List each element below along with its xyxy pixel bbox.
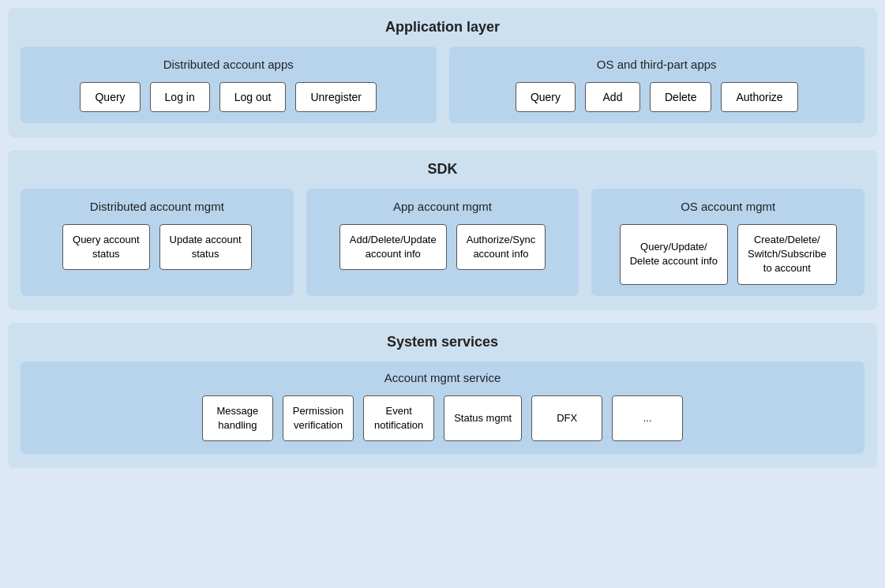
status-mgmt-button[interactable]: Status mgmt bbox=[444, 395, 522, 441]
system-services-content: Account mgmt service Messagehandling Per… bbox=[21, 361, 864, 454]
distributed-query-button[interactable]: Query bbox=[80, 82, 140, 112]
system-services-title: System services bbox=[21, 334, 864, 350]
os-button-row: Query Add Delete Authorize bbox=[462, 82, 853, 112]
distributed-account-box: Distributed account apps Query Log in Lo… bbox=[21, 47, 437, 123]
message-handling-button[interactable]: Messagehandling bbox=[202, 395, 273, 441]
distributed-mgmt-buttons: Query accountstatus Update accountstatus bbox=[33, 224, 281, 270]
ellipsis-button[interactable]: ... bbox=[612, 395, 683, 441]
permission-verification-button[interactable]: Permissionverification bbox=[283, 395, 354, 441]
application-layer-section: Application layer Distributed account ap… bbox=[8, 8, 877, 137]
sdk-content: Distributed account mgmt Query accountst… bbox=[21, 189, 864, 296]
app-account-mgmt-title: App account mgmt bbox=[319, 200, 567, 213]
distributed-mgmt-title: Distributed account mgmt bbox=[33, 200, 281, 213]
os-authorize-button[interactable]: Authorize bbox=[721, 82, 797, 112]
application-layer-content: Distributed account apps Query Log in Lo… bbox=[21, 47, 864, 123]
application-layer-title: Application layer bbox=[21, 19, 864, 36]
os-add-button[interactable]: Add bbox=[585, 82, 640, 112]
authorize-sync-button[interactable]: Authorize/Syncaccount info bbox=[456, 224, 546, 270]
main-container: Application layer Distributed account ap… bbox=[8, 8, 877, 468]
os-account-mgmt-title: OS account mgmt bbox=[604, 200, 852, 213]
system-services-buttons: Messagehandling Permissionverification E… bbox=[33, 395, 852, 441]
app-account-mgmt-box: App account mgmt Add/Delete/Updateaccoun… bbox=[306, 189, 579, 296]
os-query-button[interactable]: Query bbox=[516, 82, 576, 112]
distributed-login-button[interactable]: Log in bbox=[150, 82, 210, 112]
query-update-delete-button[interactable]: Query/Update/Delete account info bbox=[620, 224, 728, 285]
sdk-layer-title: SDK bbox=[21, 161, 864, 178]
update-account-status-button[interactable]: Update accountstatus bbox=[159, 224, 252, 270]
sdk-layer-section: SDK Distributed account mgmt Query accou… bbox=[8, 150, 877, 310]
query-account-status-button[interactable]: Query accountstatus bbox=[62, 224, 150, 270]
system-services-section: System services Account mgmt service Mes… bbox=[8, 323, 877, 468]
account-mgmt-service-title: Account mgmt service bbox=[33, 371, 852, 384]
dfx-button[interactable]: DFX bbox=[531, 395, 602, 441]
os-delete-button[interactable]: Delete bbox=[650, 82, 711, 112]
os-account-mgmt-buttons: Query/Update/Delete account info Create/… bbox=[604, 224, 852, 285]
os-apps-box: OS and third-part apps Query Add Delete … bbox=[449, 47, 865, 123]
app-account-mgmt-buttons: Add/Delete/Updateaccount info Authorize/… bbox=[319, 224, 567, 270]
distributed-account-title: Distributed account apps bbox=[33, 58, 424, 71]
os-apps-title: OS and third-part apps bbox=[462, 58, 853, 71]
event-notification-button[interactable]: Eventnotification bbox=[363, 395, 434, 441]
add-delete-update-button[interactable]: Add/Delete/Updateaccount info bbox=[339, 224, 447, 270]
distributed-button-row: Query Log in Log out Unregister bbox=[33, 82, 424, 112]
account-mgmt-service-box: Account mgmt service Messagehandling Per… bbox=[21, 361, 864, 454]
os-account-mgmt-box: OS account mgmt Query/Update/Delete acco… bbox=[591, 189, 864, 296]
distributed-logout-button[interactable]: Log out bbox=[219, 82, 287, 112]
create-delete-switch-button[interactable]: Create/Delete/Switch/Subscribeto account bbox=[737, 224, 837, 285]
distributed-unregister-button[interactable]: Unregister bbox=[295, 82, 377, 112]
distributed-mgmt-box: Distributed account mgmt Query accountst… bbox=[21, 189, 294, 296]
